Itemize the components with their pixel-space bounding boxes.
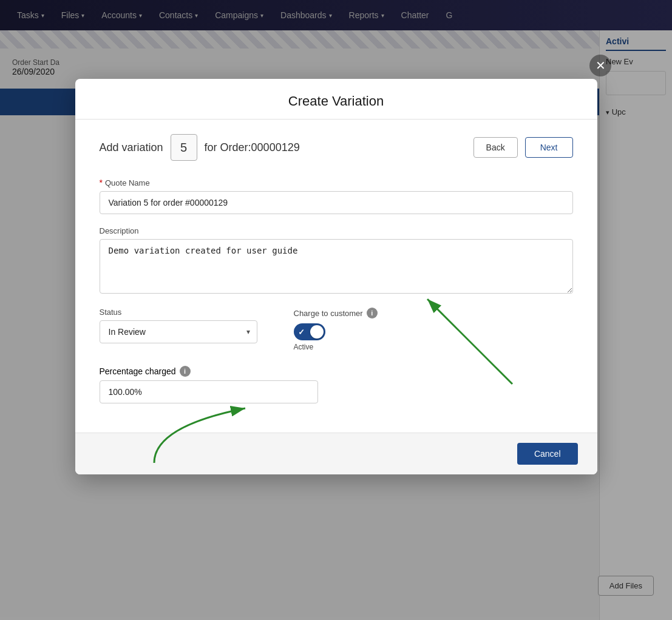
percentage-info-icon: i — [180, 366, 191, 377]
quote-name-label: * Quote Name — [100, 178, 573, 187]
status-select-wrapper: Draft In Review Approved Rejected ▾ — [100, 320, 257, 343]
percentage-input[interactable] — [100, 380, 318, 403]
variation-for: for Order:00000129 — [205, 141, 300, 154]
modal-header: Create Variation — [75, 79, 597, 120]
quote-name-field-group: * Quote Name — [100, 178, 573, 214]
charge-group: Charge to customer i ✓ Active — [294, 308, 573, 351]
status-charge-row: Status Draft In Review Approved Rejected… — [100, 308, 573, 351]
create-variation-modal: Create Variation Add variation 5 for Ord… — [75, 79, 597, 474]
percentage-label-row: Percentage charged i — [100, 366, 573, 377]
close-button[interactable]: ✕ — [589, 55, 611, 76]
back-button[interactable]: Back — [473, 137, 518, 158]
charge-toggle[interactable]: ✓ — [294, 323, 325, 340]
charge-to-customer-label: Charge to customer — [294, 309, 363, 318]
description-textarea[interactable] — [100, 239, 573, 294]
percentage-label: Percentage charged — [100, 366, 176, 376]
modal-body: Add variation 5 for Order:00000129 Back … — [75, 120, 597, 433]
toggle-active-label: Active — [294, 343, 314, 351]
description-label: Description — [100, 226, 573, 235]
status-select[interactable]: Draft In Review Approved Rejected — [100, 320, 257, 343]
status-label: Status — [100, 308, 270, 317]
charge-info-icon: i — [367, 308, 378, 318]
required-star: * — [100, 178, 103, 187]
toggle-track: ✓ — [294, 323, 325, 340]
description-field-group: Description — [100, 226, 573, 295]
charge-label-row: Charge to customer i — [294, 308, 573, 318]
next-button[interactable]: Next — [525, 137, 573, 158]
quote-name-input[interactable] — [100, 191, 573, 214]
toggle-check-icon: ✓ — [298, 328, 305, 337]
percentage-row: Percentage charged i — [100, 366, 573, 403]
cancel-button[interactable]: Cancel — [517, 443, 578, 465]
toggle-knob — [310, 325, 324, 339]
variation-prefix: Add variation — [100, 141, 163, 154]
status-group: Status Draft In Review Approved Rejected… — [100, 308, 270, 343]
variation-number: 5 — [171, 134, 197, 161]
modal-footer: Cancel — [75, 433, 597, 474]
toggle-container: ✓ Active — [294, 323, 573, 351]
modal-title: Create Variation — [95, 93, 578, 109]
variation-header: Add variation 5 for Order:00000129 Back … — [100, 134, 573, 161]
